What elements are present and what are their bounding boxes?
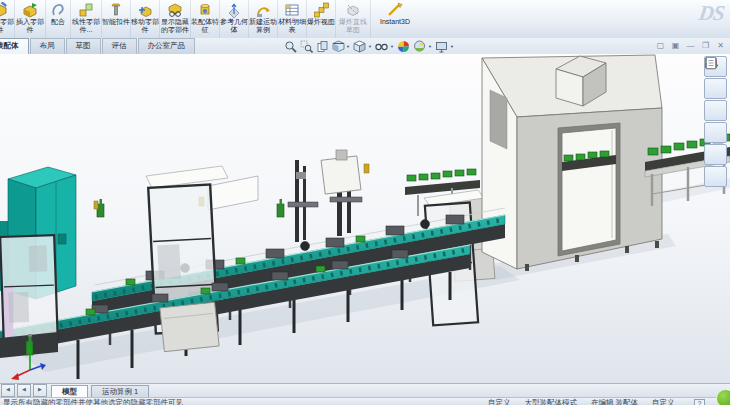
assembly-features-icon — [197, 2, 213, 18]
status-customize-left[interactable]: 自定义 — [488, 398, 511, 405]
ribbon-button-edit-component[interactable]: 编辑零部件 — [0, 0, 15, 38]
heads-up-view-toolbar: ▼ ▼ ▼ ▼ ▼ — [283, 39, 455, 53]
zoom-to-area-icon[interactable] — [299, 39, 313, 53]
previous-view-icon[interactable] — [315, 39, 329, 53]
solidworks-window: 编辑零部件 插入零部件 配合 线性零部件... 智能扣件 移动零部件 显示隐藏的… — [0, 0, 730, 405]
assembly-station[interactable] — [288, 150, 369, 242]
reference-geometry-icon — [226, 2, 242, 18]
instant3d-icon — [387, 2, 403, 18]
ribbon-button-reference-geometry[interactable]: 参考几何体 — [220, 0, 249, 38]
ribbon-button-linear-component-pattern[interactable]: 线性零部件... — [71, 0, 102, 38]
ribbon-button-move-component[interactable]: 移动零部件 — [131, 0, 160, 38]
mate-icon — [50, 2, 66, 18]
design-library-icon[interactable] — [704, 78, 727, 99]
file-explorer-icon[interactable] — [704, 100, 727, 121]
chevron-down-icon[interactable]: ▼ — [346, 44, 350, 49]
nav-prev-icon[interactable]: ◀ — [17, 384, 31, 397]
viewport-3d[interactable] — [0, 54, 730, 383]
command-tab-band: 装配体 布局 草图 评估 办公室产品 ▼ ▼ ▼ ▼ ▼ ▢ ▣ — ❐ — [0, 38, 730, 55]
appearances-icon[interactable] — [704, 144, 727, 165]
side-opening[interactable] — [490, 90, 507, 149]
valve-yellow — [364, 164, 369, 173]
chevron-down-icon[interactable]: ▼ — [368, 44, 372, 49]
tab-evaluate[interactable]: 评估 — [102, 38, 137, 54]
dassault-systemes-logo: DS — [697, 1, 725, 26]
hopper[interactable] — [321, 156, 361, 194]
status-large-assembly-mode[interactable]: 大型装配体模式 — [525, 398, 578, 405]
help-icon[interactable]: ? — [694, 399, 705, 405]
command-manager-ribbon: 编辑零部件 插入零部件 配合 线性零部件... 智能扣件 移动零部件 显示隐藏的… — [0, 0, 730, 39]
insert-component-icon — [22, 2, 38, 18]
status-customize-right[interactable]: 自定义 — [652, 398, 675, 405]
section-view-icon[interactable] — [331, 39, 345, 53]
nav-first-icon[interactable]: ◀ — [1, 384, 15, 397]
machine-doorway[interactable] — [558, 123, 620, 256]
restore-icon[interactable]: ❐ — [700, 39, 711, 52]
view-settings-icon[interactable] — [435, 39, 449, 53]
ribbon-button-new-motion-study[interactable]: 新建运动算例 — [249, 0, 278, 38]
window-pane-icon[interactable]: ▢ — [655, 39, 666, 52]
assistant-bubble-icon[interactable] — [716, 389, 730, 405]
nav-next-icon[interactable]: ▶ — [33, 384, 47, 397]
bill-of-materials-icon — [284, 2, 300, 18]
show-hidden-components-icon — [167, 2, 183, 18]
view-palette-icon[interactable] — [704, 122, 727, 143]
display-style-icon[interactable] — [375, 39, 389, 53]
status-message: 显示所有隐藏的零部件并使其他选定的隐藏零部件可见 — [3, 398, 183, 405]
tab-sketch[interactable]: 草图 — [66, 38, 101, 54]
safety-enclosure-left[interactable] — [0, 235, 58, 341]
ribbon-button-bill-of-materials[interactable]: 材料明细表 — [278, 0, 307, 38]
status-bar: 显示所有隐藏的零部件并使其他选定的隐藏零部件可见 自定义 大型装配体模式 在编辑… — [0, 397, 730, 405]
ribbon-button-smart-fasteners[interactable]: 智能扣件 — [102, 0, 131, 38]
ribbon-button-assembly-features[interactable]: 装配体特征 — [191, 0, 220, 38]
ribbon-button-mate[interactable]: 配合 — [46, 0, 71, 38]
chevron-down-icon[interactable]: ▼ — [390, 44, 394, 49]
ribbon-button-instant3d[interactable]: Instant3D — [371, 0, 419, 38]
model-tab-bar: ◀ ◀ ▶ 模型 运动算例 1 — [0, 383, 730, 398]
control-box[interactable] — [160, 302, 219, 352]
linear-pattern-icon — [78, 2, 94, 18]
chute-panel[interactable] — [208, 176, 258, 210]
tab-layout[interactable]: 布局 — [30, 38, 65, 54]
tab-office-products[interactable]: 办公室产品 — [138, 38, 196, 54]
tab-assembly[interactable]: 装配体 — [0, 38, 29, 54]
green-carriers — [407, 169, 476, 181]
ribbon-button-exploded-view[interactable]: 爆炸视图 — [307, 0, 336, 38]
ribbon-button-insert-component[interactable]: 插入零部件 — [15, 0, 46, 38]
graphics-area[interactable] — [0, 54, 730, 383]
edit-component-icon — [0, 2, 8, 18]
chevron-down-icon[interactable]: ▼ — [450, 44, 454, 49]
apply-scene-icon[interactable] — [413, 39, 427, 53]
window-pane-icon[interactable]: ▣ — [670, 39, 681, 52]
new-motion-study-icon — [255, 2, 271, 18]
custom-properties-icon[interactable] — [704, 166, 727, 187]
status-editing-state: 在编辑 装配体 — [591, 398, 638, 405]
exploded-view-icon — [313, 2, 329, 18]
command-tabs: 装配体 布局 草图 评估 办公室产品 — [0, 38, 196, 54]
edit-appearance-icon[interactable] — [397, 39, 411, 53]
smart-fasteners-icon — [108, 2, 124, 18]
ribbon-button-show-hidden-components[interactable]: 显示隐藏的零部件 — [160, 0, 191, 38]
ribbon-button-explode-line-sketch[interactable]: 爆炸直线草图 — [336, 0, 371, 38]
chevron-down-icon[interactable]: ▼ — [428, 44, 432, 49]
document-window-controls: ▢ ▣ — ❐ ✕ — [655, 39, 726, 52]
task-pane — [704, 56, 727, 187]
view-orientation-icon[interactable] — [353, 39, 367, 53]
close-icon[interactable]: ✕ — [715, 39, 726, 52]
move-component-icon — [137, 2, 153, 18]
minimize-icon[interactable]: — — [685, 39, 696, 52]
explode-line-sketch-icon — [345, 2, 361, 18]
zoom-to-fit-icon[interactable] — [283, 39, 297, 53]
